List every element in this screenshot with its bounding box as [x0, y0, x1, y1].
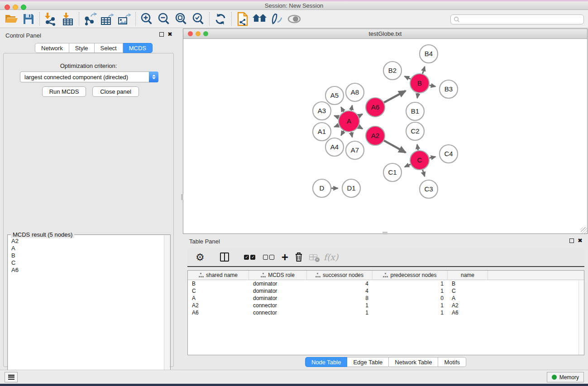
node-B3[interactable]: B3: [440, 80, 458, 98]
save-session-icon[interactable]: [21, 12, 36, 26]
cell-shared-name[interactable]: B: [188, 281, 249, 287]
tab-style[interactable]: Style: [69, 43, 95, 53]
table-row[interactable]: Adominator80A: [188, 295, 584, 302]
node-D[interactable]: D: [313, 179, 331, 197]
zoom-fit-icon[interactable]: [173, 12, 189, 26]
node-B1[interactable]: B1: [406, 102, 424, 120]
network-close-traffic-light[interactable]: [188, 31, 193, 36]
node-D1[interactable]: D1: [342, 179, 360, 197]
edge-A-A3[interactable]: [335, 116, 339, 118]
node-A[interactable]: A: [339, 111, 359, 132]
table-row[interactable]: Bdominator41B: [188, 280, 584, 287]
refresh-icon[interactable]: [213, 12, 228, 26]
node-C[interactable]: C: [410, 151, 429, 170]
column-header-MCDS-role[interactable]: MCDS role: [249, 271, 307, 280]
float-table-panel-icon[interactable]: [569, 238, 574, 243]
node-C4[interactable]: C4: [440, 145, 458, 163]
float-panel-icon[interactable]: [159, 32, 164, 37]
node-C2[interactable]: C2: [406, 122, 424, 140]
node-A4[interactable]: A4: [325, 138, 344, 156]
tab-edge-table[interactable]: Edge Table: [347, 357, 389, 367]
edge-B-B4[interactable]: [422, 67, 425, 74]
node-B2[interactable]: B2: [383, 62, 402, 80]
search-input[interactable]: [460, 16, 583, 23]
show-hide-icon[interactable]: [287, 12, 302, 26]
import-table-icon[interactable]: [60, 12, 76, 26]
select-all-columns-icon[interactable]: [244, 250, 256, 264]
tab-network[interactable]: Network: [35, 43, 69, 53]
result-item[interactable]: B: [11, 252, 170, 259]
edge-B-B3[interactable]: [430, 85, 435, 86]
edge-A-A6[interactable]: [359, 114, 362, 116]
table-row[interactable]: A6connector11A6: [188, 309, 584, 316]
table-settings-gear-icon[interactable]: ⚙: [196, 250, 205, 264]
export-image-icon[interactable]: [117, 12, 132, 26]
export-table-icon[interactable]: [100, 12, 115, 26]
column-header-shared-name[interactable]: shared name: [188, 271, 249, 280]
import-network-icon[interactable]: [43, 12, 58, 26]
node-A7[interactable]: A7: [346, 141, 364, 159]
delete-column-icon[interactable]: [295, 250, 303, 264]
result-item[interactable]: A6: [11, 267, 170, 274]
node-A5[interactable]: A5: [325, 86, 344, 105]
table-row[interactable]: Cdominator41C: [188, 287, 584, 295]
cell-successor-nodes[interactable]: 8: [307, 295, 373, 301]
minimize-traffic-light[interactable]: [13, 5, 18, 10]
close-table-panel-icon[interactable]: ✖: [578, 238, 583, 243]
node-B4[interactable]: B4: [420, 45, 438, 63]
result-item[interactable]: C: [11, 259, 170, 267]
cell-predecessor-nodes[interactable]: 1: [373, 281, 448, 287]
task-history-button[interactable]: [5, 372, 18, 382]
cell-shared-name[interactable]: A2: [188, 302, 249, 309]
cell-successor-nodes[interactable]: 1: [307, 310, 373, 316]
cell-shared-name[interactable]: C: [188, 288, 249, 294]
network-minimize-traffic-light[interactable]: [196, 31, 201, 36]
network-graph[interactable]: B4B2BB3B1A5A8A6A3AA1A4A7A2C2CC4C1C3DD1: [183, 39, 587, 234]
table-row[interactable]: A2connector11A2: [188, 302, 584, 309]
node-A8[interactable]: A8: [346, 83, 364, 101]
close-panel-icon[interactable]: ✖: [167, 32, 172, 37]
edge-C-C4[interactable]: [429, 157, 435, 158]
analyzer-icon[interactable]: [269, 12, 285, 26]
node-B[interactable]: B: [410, 74, 429, 93]
criterion-dropdown[interactable]: largest connected component (directed): [20, 71, 158, 82]
node-table[interactable]: shared nameMCDS rolesuccessor nodesprede…: [187, 270, 584, 355]
tab-mcds[interactable]: MCDS: [123, 43, 153, 53]
cell-MCDS-role[interactable]: dominator: [249, 295, 307, 301]
edge-C-C1[interactable]: [405, 164, 411, 167]
cell-shared-name[interactable]: A: [188, 295, 249, 301]
column-header-successor-nodes[interactable]: successor nodes: [307, 271, 373, 280]
cell-MCDS-role[interactable]: dominator: [249, 288, 307, 294]
edge-B-B2[interactable]: [405, 76, 411, 79]
edge-A-A8[interactable]: [351, 105, 352, 110]
cell-shared-name[interactable]: A6: [188, 310, 249, 316]
network-window-titlebar[interactable]: testGlobe.txt: [183, 29, 587, 39]
run-mcds-button[interactable]: Run MCDS: [42, 86, 86, 97]
export-network-icon[interactable]: [82, 12, 98, 26]
tab-network-table[interactable]: Network Table: [389, 357, 438, 367]
mcds-result-list[interactable]: A2ABCA6: [8, 235, 170, 386]
column-header-predecessor-nodes[interactable]: predecessor nodes: [373, 271, 448, 280]
cyndex-home-icon[interactable]: [252, 12, 268, 26]
node-C3[interactable]: C3: [420, 180, 438, 198]
cell-successor-nodes[interactable]: 4: [307, 288, 373, 294]
edge-A-A5[interactable]: [341, 107, 344, 112]
node-A3[interactable]: A3: [313, 102, 331, 120]
add-column-icon[interactable]: +: [282, 250, 288, 264]
cell-predecessor-nodes[interactable]: 1: [373, 302, 448, 309]
zoom-out-icon[interactable]: [156, 12, 172, 26]
zoom-in-icon[interactable]: [139, 12, 154, 26]
network-vertical-scroll-thumb[interactable]: [181, 194, 183, 200]
close-traffic-light[interactable]: [5, 5, 10, 10]
network-horizontal-scroll-thumb[interactable]: [382, 232, 387, 234]
cell-successor-nodes[interactable]: 4: [307, 281, 373, 287]
node-A1[interactable]: A1: [313, 123, 331, 141]
cell-name[interactable]: A2: [448, 302, 488, 309]
deselect-all-columns-icon[interactable]: [263, 250, 275, 264]
edge-A-A2[interactable]: [359, 127, 363, 129]
result-item[interactable]: A: [11, 245, 170, 252]
node-C1[interactable]: C1: [383, 163, 402, 181]
edge-A-A4[interactable]: [341, 131, 344, 135]
edge-A6-B[interactable]: [384, 91, 406, 103]
edge-A-A1[interactable]: [335, 125, 339, 127]
